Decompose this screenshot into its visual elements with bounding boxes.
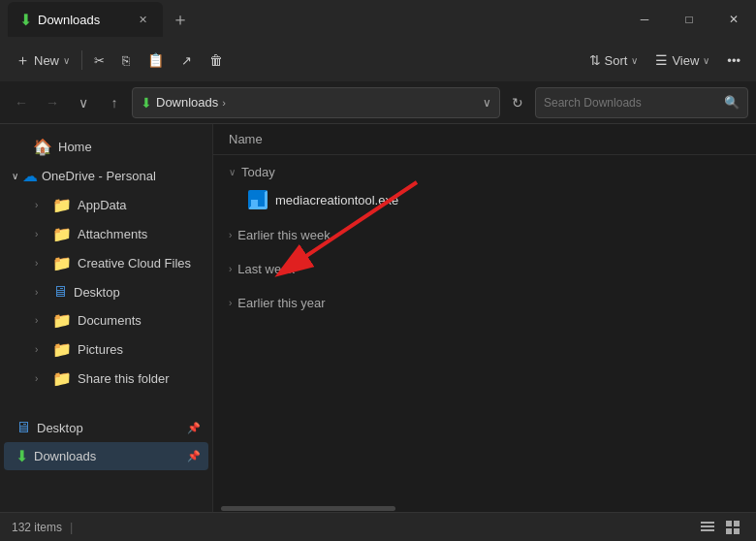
pinned-downloads-icon: ⬇ xyxy=(16,447,28,465)
path-dropdown-icon[interactable]: ∨ xyxy=(483,96,491,110)
expand-button[interactable]: ∨ xyxy=(70,89,97,116)
status-bar: 132 items | xyxy=(0,512,756,541)
main-area: 🏠 Home ∨ ☁ OneDrive - Personal › 📁 AppDa… xyxy=(0,124,756,512)
earlier-year-label: Earlier this year xyxy=(237,296,325,310)
pinned-desktop-icon: 🖥 xyxy=(16,419,31,436)
cc-label: Creative Cloud Files xyxy=(78,256,191,270)
new-icon: ＋ xyxy=(16,51,30,70)
last-week-label: Last week xyxy=(237,262,295,276)
documents-label: Documents xyxy=(78,313,142,328)
more-button[interactable]: ••• xyxy=(719,45,748,76)
expand-icon: ∨ xyxy=(79,95,88,111)
tiles-view-button[interactable] xyxy=(721,516,744,539)
sidebar-item-attachments[interactable]: › 📁 Attachments xyxy=(4,220,208,248)
svg-rect-5 xyxy=(701,522,714,524)
search-icon: 🔍 xyxy=(724,95,740,110)
copy-button[interactable]: ⎘ xyxy=(114,45,138,76)
more-icon: ••• xyxy=(727,53,740,68)
share-folder-icon: 📁 xyxy=(52,369,72,388)
pictures-folder-icon: 📁 xyxy=(52,340,72,359)
close-button[interactable]: ✕ xyxy=(711,0,756,39)
pin-icon: 📌 xyxy=(187,422,201,434)
home-icon: 🏠 xyxy=(33,138,52,156)
group-last-week-header[interactable]: › Last week xyxy=(213,256,756,282)
documents-folder-icon: 📁 xyxy=(52,311,72,330)
share-button[interactable]: ↗ xyxy=(173,45,200,76)
maximize-button[interactable]: □ xyxy=(667,0,711,39)
paste-button[interactable]: 📋 xyxy=(140,45,172,76)
sidebar-item-appdata[interactable]: › 📁 AppData xyxy=(4,191,208,219)
search-input[interactable] xyxy=(544,96,718,110)
view-dropdown-icon: ∨ xyxy=(703,55,709,66)
sidebar-item-documents[interactable]: › 📁 Documents xyxy=(4,306,208,334)
group-today: ∨ Today mediacreationtool.exe xyxy=(213,155,756,218)
appdata-label: AppData xyxy=(78,198,127,212)
share-label: Share this folder xyxy=(78,371,170,386)
sidebar: 🏠 Home ∨ ☁ OneDrive - Personal › 📁 AppDa… xyxy=(0,124,213,512)
file-name: mediacreationtool.exe xyxy=(275,193,398,207)
view-button[interactable]: ☰ View ∨ xyxy=(647,45,717,76)
new-dropdown-icon: ∨ xyxy=(63,55,70,66)
earlier-week-label: Earlier this week xyxy=(237,228,330,242)
title-bar: ⬇ Downloads ✕ ＋ ─ □ ✕ xyxy=(0,0,756,39)
group-earlier-week-header[interactable]: › Earlier this week xyxy=(213,222,756,248)
item-count: 132 items xyxy=(12,521,62,534)
address-path[interactable]: ⬇ Downloads › ∨ xyxy=(132,87,500,118)
pinned-item-desktop[interactable]: 🖥 Desktop 📌 xyxy=(4,414,208,441)
cut-icon: ✂ xyxy=(94,53,105,68)
cc-chevron-icon: › xyxy=(35,258,47,269)
sort-icon: ⇅ xyxy=(589,52,601,68)
search-box[interactable]: 🔍 xyxy=(535,87,748,118)
svg-rect-11 xyxy=(734,528,740,534)
new-button[interactable]: ＋ New ∨ xyxy=(8,45,78,76)
back-button[interactable]: ← xyxy=(8,89,35,116)
svg-rect-10 xyxy=(726,528,732,534)
toolbar: ＋ New ∨ ✂ ⎘ 📋 ↗ 🗑 ⇅ Sort ∨ ☰ View ∨ ••• xyxy=(0,39,756,81)
details-view-button[interactable] xyxy=(696,516,719,539)
file-row-mediacreationtool[interactable]: mediacreationtool.exe xyxy=(213,185,756,214)
delete-button[interactable]: 🗑 xyxy=(202,45,231,76)
refresh-button[interactable]: ↻ xyxy=(504,89,531,116)
onedrive-label: OneDrive - Personal xyxy=(42,169,156,183)
content-area: Name ∨ Today mediacreationtool.exe xyxy=(213,124,756,512)
new-tab-button[interactable]: ＋ xyxy=(167,6,194,33)
sidebar-item-creative-cloud[interactable]: › 📁 Creative Cloud Files xyxy=(4,249,208,277)
forward-button[interactable]: → xyxy=(39,89,66,116)
tab-close-button[interactable]: ✕ xyxy=(134,11,151,28)
svg-rect-6 xyxy=(701,525,714,527)
sidebar-item-onedrive[interactable]: ∨ ☁ OneDrive - Personal xyxy=(4,162,208,190)
tab-download-icon: ⬇ xyxy=(19,11,32,29)
group-earlier-year-header[interactable]: › Earlier this year xyxy=(213,290,756,316)
copy-icon: ⎘ xyxy=(122,53,130,68)
delete-icon: 🗑 xyxy=(209,52,223,68)
group-today-header[interactable]: ∨ Today xyxy=(213,159,756,185)
last-week-expand-icon: › xyxy=(229,264,232,274)
svg-rect-2 xyxy=(258,200,265,207)
exe-file-icon xyxy=(248,190,268,209)
sidebar-item-home[interactable]: 🏠 Home xyxy=(4,133,208,161)
view-label: View xyxy=(672,53,699,68)
svg-rect-7 xyxy=(701,529,714,531)
sidebar-item-desktop[interactable]: › 🖥 Desktop xyxy=(4,278,208,305)
sidebar-item-pictures[interactable]: › 📁 Pictures xyxy=(4,335,208,364)
today-expand-icon: ∨ xyxy=(229,167,236,177)
pinned-item-downloads[interactable]: ⬇ Downloads 📌 xyxy=(4,442,208,470)
up-button[interactable]: ↑ xyxy=(101,89,128,116)
column-header: Name xyxy=(213,124,756,155)
minimize-button[interactable]: ─ xyxy=(622,0,667,39)
path-folder-icon: ⬇ xyxy=(141,95,152,111)
onedrive-chevron-icon: ∨ xyxy=(12,171,18,181)
appdata-chevron-icon: › xyxy=(35,200,47,210)
path-label: Downloads xyxy=(156,95,218,110)
sidebar-item-share[interactable]: › 📁 Share this folder xyxy=(4,365,208,393)
refresh-icon: ↻ xyxy=(512,95,523,111)
earlier-year-expand-icon: › xyxy=(229,298,232,308)
status-separator: | xyxy=(70,520,73,534)
desktop-label: Desktop xyxy=(74,285,120,300)
onedrive-icon: ☁ xyxy=(22,167,38,185)
sort-button[interactable]: ⇅ Sort ∨ xyxy=(582,45,646,76)
new-label: New xyxy=(34,53,59,68)
forward-icon: → xyxy=(46,95,59,111)
cut-button[interactable]: ✂ xyxy=(86,45,112,76)
active-tab[interactable]: ⬇ Downloads ✕ xyxy=(8,2,163,37)
